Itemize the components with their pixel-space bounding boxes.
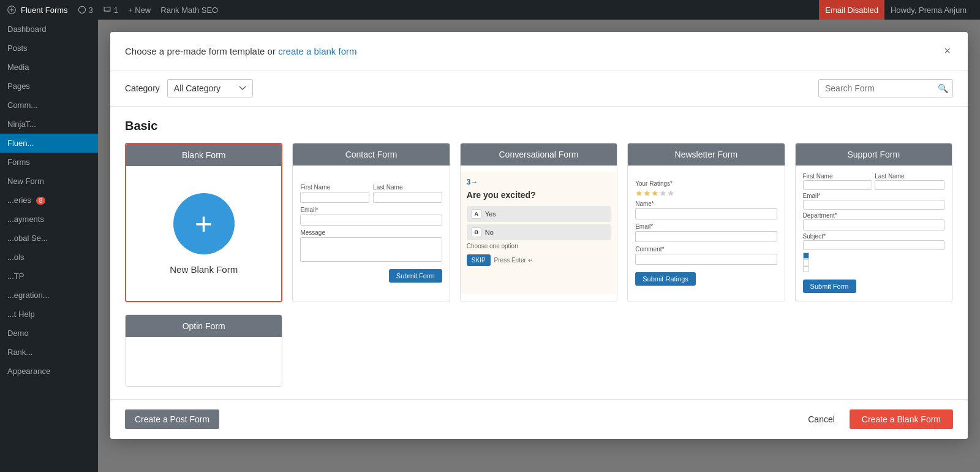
cancel-button[interactable]: Cancel — [801, 409, 842, 429]
content-area: 170 0 0 0% [fluentform type="conversatio… — [98, 20, 980, 472]
search-wrapper: 🔍 — [818, 79, 953, 97]
messages-count[interactable]: 1 — [103, 6, 118, 15]
sidebar-item-demo[interactable]: Demo — [0, 324, 98, 343]
conversational-form-body: 3→ Are you excited? A Yes B No — [461, 166, 617, 300]
sidebar-item-forms[interactable]: Forms — [0, 153, 98, 172]
section-title: Basic — [125, 119, 953, 133]
support-form-body: First Name Last Name — [796, 166, 952, 300]
blank-form-label: New Blank Form — [170, 264, 238, 275]
sidebar-item-ninjat[interactable]: NinjaT... — [0, 115, 98, 134]
conv-skip-button[interactable]: SKIP — [467, 254, 491, 266]
create-post-form-button[interactable]: Create a Post Form — [125, 409, 219, 429]
contact-form-header: Contact Form — [293, 143, 449, 166]
conv-question: Are you excited? — [467, 190, 611, 200]
optin-form-header: Optin Form — [126, 315, 282, 337]
category-label: Category — [125, 83, 160, 93]
admin-bar-right: Email Disabled Howdy, Prema Anjum — [819, 0, 973, 20]
conv-number: 3→ — [467, 178, 611, 186]
admin-bar: Fluent Forms 3 1 + New Rank Math SEO Ema… — [0, 0, 980, 20]
modal-toolbar: Category All Category Basic Advanced Pay… — [110, 70, 968, 107]
blank-form-header: Blank Form — [126, 144, 281, 166]
template-card-optin[interactable]: Optin Form — [125, 314, 282, 387]
conv-skip-row: SKIP Press Enter ↵ — [467, 254, 611, 266]
template-card-contact[interactable]: Contact Form First Name — [292, 143, 450, 302]
sidebar-item-comments[interactable]: Comm... — [0, 96, 98, 115]
template-card-support[interactable]: Support Form First Name — [795, 143, 952, 302]
comments-count[interactable]: 3 — [78, 6, 93, 15]
conv-note: Choose one option — [467, 243, 611, 249]
conversational-form-preview: 3→ Are you excited? A Yes B No — [461, 172, 617, 294]
sidebar-item-posts[interactable]: Posts — [0, 39, 98, 58]
create-blank-form-button[interactable]: Create a Blank Form — [850, 409, 953, 429]
template-card-newsletter[interactable]: Newsletter Form Your Ratings* ★★★★★ — [627, 143, 785, 302]
sidebar-item-help[interactable]: ...t Help — [0, 305, 98, 324]
template-grid-row2: Optin Form — [125, 314, 953, 387]
modal-title: Choose a pre-made form template or creat… — [125, 46, 357, 56]
modal-close-button[interactable]: × — [941, 43, 953, 59]
sidebar-item-global-settings[interactable]: ...obal Se... — [0, 229, 98, 248]
sidebar-item-integrations[interactable]: ...egration... — [0, 286, 98, 305]
support-form-header: Support Form — [796, 143, 952, 166]
sidebar-item-smtp[interactable]: ...TP — [0, 267, 98, 286]
blank-form-body: + New Blank Form — [126, 166, 281, 301]
category-select[interactable]: All Category Basic Advanced Payment — [167, 79, 253, 97]
newsletter-form-preview: Your Ratings* ★★★★★ Name* — [635, 180, 777, 286]
conv-option-no: B No — [467, 224, 611, 240]
newsletter-form-body: Your Ratings* ★★★★★ Name* — [628, 166, 784, 300]
sidebar-item-new-form[interactable]: New Form — [0, 172, 98, 191]
footer-right: Cancel Create a Blank Form — [801, 409, 953, 429]
modal-header: Choose a pre-made form template or creat… — [110, 32, 968, 70]
plus-icon: + — [195, 208, 213, 239]
modal-footer: Create a Post Form Cancel Create a Blank… — [110, 399, 968, 439]
svg-point-1 — [78, 6, 85, 13]
template-card-conversational[interactable]: Conversational Form 3→ Are you excited? … — [460, 143, 617, 302]
site-name[interactable]: Fluent Forms — [7, 6, 68, 15]
sidebar: Dashboard Posts Media Pages Comm... Ninj… — [0, 20, 98, 472]
new-item[interactable]: + New — [128, 6, 151, 15]
sidebar-item-pages[interactable]: Pages — [0, 77, 98, 96]
modal-body: Basic Blank Form + New Blank Form — [110, 107, 968, 399]
sidebar-item-dashboard[interactable]: Dashboard — [0, 20, 98, 39]
sidebar-item-media[interactable]: Media — [0, 58, 98, 77]
modal-overlay: Choose a pre-made form template or creat… — [98, 20, 980, 472]
blank-form-icon: + — [173, 193, 235, 254]
sidebar-item-fluent[interactable]: Fluen... — [0, 134, 98, 153]
star-rating: ★★★★★ — [635, 188, 777, 198]
create-blank-form-link[interactable]: create a blank form — [278, 46, 356, 56]
modal-dialog: Choose a pre-made form template or creat… — [110, 32, 968, 439]
sidebar-item-appearance[interactable]: Appearance — [0, 362, 98, 381]
main-area: Dashboard Posts Media Pages Comm... Ninj… — [0, 20, 980, 472]
rank-math-seo[interactable]: Rank Math SEO — [160, 6, 218, 15]
conv-option-yes: A Yes — [467, 206, 611, 222]
support-form-preview: First Name Last Name — [803, 173, 944, 293]
conversational-form-header: Conversational Form — [461, 143, 617, 166]
category-area: Category All Category Basic Advanced Pay… — [125, 79, 253, 97]
sidebar-item-rank[interactable]: Rank... — [0, 343, 98, 362]
optin-form-body — [126, 337, 282, 386]
contact-form-body: First Name Last Name — [293, 166, 449, 300]
search-form-input[interactable] — [818, 79, 953, 97]
template-grid-row1: Blank Form + New Blank Form Contact Form — [125, 143, 953, 302]
newsletter-form-header: Newsletter Form — [628, 143, 784, 166]
howdy-user: Howdy, Prema Anjum — [884, 0, 973, 20]
sidebar-item-series[interactable]: ...eries 8 — [0, 191, 98, 210]
email-disabled-badge: Email Disabled — [819, 0, 884, 20]
conv-press-enter: Press Enter ↵ — [494, 257, 533, 264]
search-icon-button[interactable]: 🔍 — [938, 83, 948, 93]
contact-form-preview: First Name Last Name — [300, 184, 442, 283]
template-card-blank[interactable]: Blank Form + New Blank Form — [125, 143, 282, 302]
sidebar-item-tools[interactable]: ...ols — [0, 248, 98, 267]
sidebar-item-payments[interactable]: ...ayments — [0, 210, 98, 229]
